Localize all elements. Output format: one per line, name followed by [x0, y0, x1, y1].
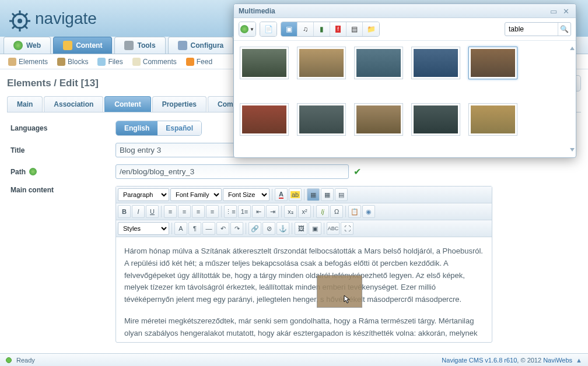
thumb-8[interactable]: [354, 103, 403, 136]
bold-btn[interactable]: B: [118, 205, 131, 218]
align-right-btn[interactable]: ≡: [192, 205, 205, 218]
subnav-comments[interactable]: Comments: [132, 58, 177, 66]
video-btn[interactable]: ▣: [309, 222, 321, 235]
path-input[interactable]: [116, 164, 349, 179]
subnav-feeds[interactable]: Feed: [186, 58, 212, 66]
tools-icon: [124, 41, 134, 50]
tb3-e[interactable]: ↷: [230, 222, 243, 235]
thumb-5[interactable]: [468, 47, 517, 79]
filter-doc-btn[interactable]: ▤: [346, 22, 363, 36]
svg-line-7: [24, 25, 27, 29]
table-btn[interactable]: ▦: [321, 188, 334, 201]
list-ul-btn[interactable]: ⋮≡: [224, 205, 237, 218]
align-left-btn[interactable]: ≡: [164, 205, 177, 218]
text-color-btn[interactable]: A: [275, 188, 288, 201]
page-title: Elements / Edit [13]: [7, 78, 99, 89]
search-input[interactable]: [505, 25, 558, 33]
thumb-6[interactable]: [240, 103, 289, 136]
version-link[interactable]: Navigate CMS v1.6.8 r610: [442, 357, 517, 364]
tb3-b[interactable]: ¶: [188, 222, 201, 235]
tab-content[interactable]: Content: [104, 96, 150, 112]
thumb-9[interactable]: [411, 103, 460, 136]
editor-toolbar-3: Styles A ¶ — ↶ ↷ 🔗 ⊘ ⚓ 🖼 ▣ ABC ⛶: [116, 220, 492, 237]
filter-folder-btn[interactable]: 📁: [363, 22, 379, 36]
globe-icon: [29, 168, 37, 175]
comments-icon: [132, 58, 141, 66]
svg-line-9: [12, 25, 16, 29]
sub-btn[interactable]: x₂: [284, 205, 297, 218]
sup-btn[interactable]: x²: [298, 205, 311, 218]
modal-scroll[interactable]: [570, 47, 573, 152]
filter-audio-btn[interactable]: ♫: [298, 22, 314, 36]
gear-icon: [178, 41, 187, 50]
filter-image-btn[interactable]: ▣: [281, 22, 298, 36]
globe-dropdown[interactable]: ▼: [239, 22, 256, 36]
align-justify-btn[interactable]: ≡: [206, 205, 219, 218]
thumb-1[interactable]: [240, 47, 289, 79]
subnav-blocks[interactable]: Blocks: [57, 58, 88, 66]
layout-btn[interactable]: ▦: [307, 188, 320, 201]
tb3-d[interactable]: ↶: [216, 222, 229, 235]
thumb-3[interactable]: [354, 47, 403, 79]
anchor-btn[interactable]: ⚓: [276, 222, 289, 235]
char-btn[interactable]: Ω: [330, 205, 343, 218]
clear-btn[interactable]: Ij: [316, 205, 329, 218]
tab-association[interactable]: Association: [44, 96, 103, 112]
tb3-a[interactable]: A: [174, 222, 187, 235]
search-box: 🔍: [505, 22, 571, 36]
tab-main[interactable]: Main: [7, 96, 43, 112]
thumb-10[interactable]: [468, 103, 517, 136]
modal-header[interactable]: Multimedia ▭ ✕: [234, 4, 576, 18]
company-link[interactable]: NaviWebs: [543, 357, 572, 364]
lang-english[interactable]: English: [116, 121, 158, 135]
language-selector: English Español: [116, 121, 202, 136]
help-btn[interactable]: ◉: [362, 205, 375, 218]
filter-flash-btn[interactable]: f: [330, 22, 346, 36]
editor-body[interactable]: Három hónap múlva a Szítának átkeresztel…: [116, 237, 492, 342]
nav-web[interactable]: Web: [4, 37, 51, 54]
thumb-2[interactable]: [297, 47, 346, 79]
outdent-btn[interactable]: ⇤: [252, 205, 265, 218]
svg-line-8: [24, 13, 27, 17]
paste-btn[interactable]: 📋: [348, 205, 361, 218]
underline-btn[interactable]: U: [146, 205, 159, 218]
bg-color-btn[interactable]: ab: [289, 188, 302, 201]
modal-body: [234, 41, 576, 157]
subnav-elements[interactable]: Elements: [8, 58, 48, 66]
spell-btn[interactable]: ABC: [327, 222, 340, 235]
scroll-up-icon: [570, 47, 575, 50]
nav-tools[interactable]: Tools: [114, 37, 165, 54]
thumb-7[interactable]: [297, 103, 346, 136]
paragraph-select[interactable]: Paragraph: [118, 188, 169, 201]
filter-video-btn[interactable]: ▮: [314, 22, 330, 36]
indent-btn[interactable]: ⇥: [266, 205, 279, 218]
nav-configuration[interactable]: Configura: [168, 37, 234, 54]
tb3-c[interactable]: —: [202, 222, 215, 235]
italic-btn[interactable]: I: [132, 205, 145, 218]
svg-line-6: [12, 13, 16, 17]
font-size-select[interactable]: Font Size: [223, 188, 270, 201]
list-ol-btn[interactable]: 1≡: [238, 205, 251, 218]
logo-wheel-icon: [6, 5, 34, 33]
globe-icon: [13, 41, 23, 50]
logo: navigate: [6, 5, 97, 33]
grid-btn[interactable]: ▤: [335, 188, 348, 201]
modal-title: Multimedia: [239, 7, 275, 15]
subnav-files[interactable]: Files: [97, 58, 123, 66]
search-icon[interactable]: 🔍: [558, 23, 570, 36]
thumb-4[interactable]: [411, 47, 460, 79]
unlink-btn[interactable]: ⊘: [262, 222, 275, 235]
full-btn[interactable]: ⛶: [341, 222, 354, 235]
lang-spanish[interactable]: Español: [158, 121, 201, 135]
font-family-select[interactable]: Font Family: [170, 188, 222, 201]
link-btn[interactable]: 🔗: [249, 222, 261, 235]
image-btn[interactable]: 🖼: [295, 222, 307, 235]
add-file-btn[interactable]: 📄: [260, 22, 276, 36]
tab-properties[interactable]: Properties: [152, 96, 206, 112]
styles-select[interactable]: Styles: [118, 222, 169, 235]
nav-content[interactable]: Content: [53, 37, 112, 54]
triangle-icon[interactable]: ▲: [576, 357, 582, 364]
maximize-icon[interactable]: ▭: [550, 7, 558, 15]
close-icon[interactable]: ✕: [563, 7, 571, 15]
align-center-btn[interactable]: ≡: [178, 205, 191, 218]
